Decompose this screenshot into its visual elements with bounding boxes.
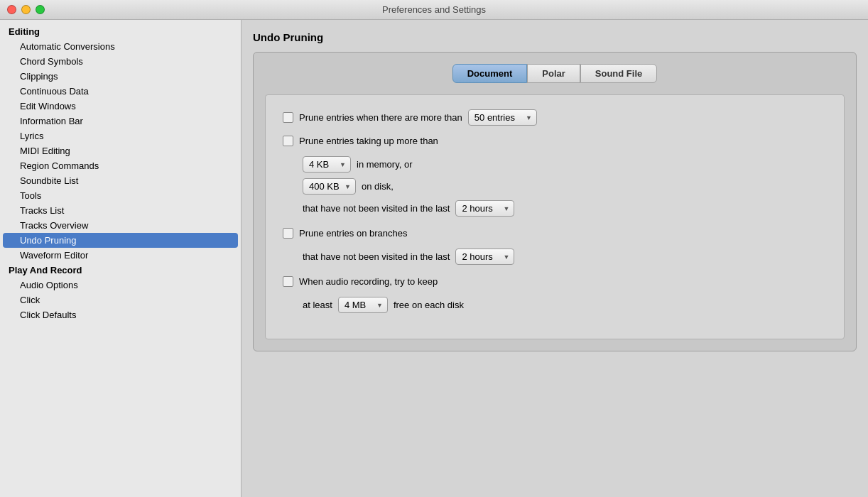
- disk-label: on disk,: [362, 181, 394, 192]
- audio-recording-header-row: When audio recording, try to keep: [283, 276, 827, 287]
- close-button[interactable]: [7, 5, 16, 14]
- content-area: Prune entries when there are more than 5…: [265, 94, 845, 339]
- visited-label-branches: that have not been visited in the last: [303, 251, 450, 262]
- tab-document[interactable]: Document: [452, 64, 528, 83]
- window-controls: [7, 5, 45, 14]
- memory-select[interactable]: 4 KB 8 KB 16 KB 32 KB: [303, 156, 351, 173]
- sidebar-item-information-bar[interactable]: Information Bar: [0, 114, 241, 129]
- sidebar-item-lyrics[interactable]: Lyrics: [0, 129, 241, 143]
- disk-select-wrapper: 400 KB 800 KB 1 MB 2 MB: [303, 178, 356, 195]
- hours-select-branches[interactable]: 2 hours 4 hours 8 hours 24 hours: [455, 248, 514, 265]
- prune-memory-header-row: Prune entries taking up more than: [283, 136, 827, 146]
- mb-select[interactable]: 4 MB 8 MB 16 MB 32 MB: [338, 297, 388, 313]
- sidebar-item-waveform-editor[interactable]: Waveform Editor: [0, 248, 241, 263]
- prune-memory-label: Prune entries taking up more than: [299, 136, 438, 146]
- prune-entries-count-select-wrapper: 50 entries 100 entries 200 entries 500 e…: [468, 109, 537, 126]
- tab-bar: Document Polar Sound File: [265, 64, 845, 83]
- prune-memory-section: Prune entries taking up more than 4 KB 8…: [283, 136, 827, 217]
- sidebar-item-midi-editing[interactable]: MIDI Editing: [0, 143, 241, 158]
- at-least-label: at least: [303, 300, 332, 310]
- prune-branches-indent: that have not been visited in the last 2…: [303, 248, 827, 265]
- prune-branches-section: Prune entries on branches that have not …: [283, 228, 827, 265]
- title-bar: Preferences and Settings: [0, 0, 868, 20]
- app-body: Editing Automatic Conversions Chord Symb…: [0, 20, 868, 497]
- sidebar-item-continuous-data[interactable]: Continuous Data: [0, 84, 241, 99]
- sidebar-item-region-commands[interactable]: Region Commands: [0, 158, 241, 173]
- audio-recording-section: When audio recording, try to keep at lea…: [283, 276, 827, 313]
- audio-recording-checkbox[interactable]: [283, 276, 293, 287]
- prune-branches-checkbox[interactable]: [283, 228, 293, 239]
- sidebar-item-audio-options[interactable]: Audio Options: [0, 278, 241, 293]
- sidebar-item-clippings[interactable]: Clippings: [0, 69, 241, 84]
- memory-select-wrapper: 4 KB 8 KB 16 KB 32 KB: [303, 156, 351, 173]
- memory-row: 4 KB 8 KB 16 KB 32 KB in memory, or: [303, 156, 827, 173]
- prune-entries-count-label: Prune entries when there are more than: [299, 112, 462, 123]
- prune-memory-indent: 4 KB 8 KB 16 KB 32 KB in memory, or: [303, 156, 827, 217]
- audio-mb-row: at least 4 MB 8 MB 16 MB 32 MB free on e…: [303, 297, 827, 313]
- sidebar-item-automatic-conversions[interactable]: Automatic Conversions: [0, 39, 241, 54]
- visited-row: that have not been visited in the last 2…: [303, 200, 827, 217]
- prune-entries-count-row: Prune entries when there are more than 5…: [283, 109, 827, 126]
- sidebar: Editing Automatic Conversions Chord Symb…: [0, 20, 242, 497]
- hours-select-wrapper-memory: 2 hours 4 hours 8 hours 24 hours: [455, 200, 514, 217]
- hours-select-wrapper-branches: 2 hours 4 hours 8 hours 24 hours: [455, 248, 514, 265]
- visited-label-memory: that have not been visited in the last: [303, 203, 450, 214]
- prune-entries-count-select[interactable]: 50 entries 100 entries 200 entries 500 e…: [468, 109, 537, 126]
- audio-recording-label: When audio recording, try to keep: [299, 276, 438, 287]
- sidebar-item-click[interactable]: Click: [0, 293, 241, 307]
- disk-select[interactable]: 400 KB 800 KB 1 MB 2 MB: [303, 178, 356, 195]
- section-title: Undo Pruning: [253, 31, 857, 43]
- audio-recording-indent: at least 4 MB 8 MB 16 MB 32 MB free on e…: [303, 297, 827, 313]
- panel-box: Document Polar Sound File Prune entries …: [253, 52, 857, 351]
- sidebar-item-undo-pruning[interactable]: Undo Pruning: [3, 233, 238, 248]
- mb-select-wrapper: 4 MB 8 MB 16 MB 32 MB: [338, 297, 388, 313]
- sidebar-item-click-defaults[interactable]: Click Defaults: [0, 307, 241, 322]
- main-content: Undo Pruning Document Polar Sound File P…: [242, 20, 868, 497]
- tab-sound-file[interactable]: Sound File: [580, 64, 657, 83]
- disk-row: 400 KB 800 KB 1 MB 2 MB on disk,: [303, 178, 827, 195]
- sidebar-item-edit-windows[interactable]: Edit Windows: [0, 99, 241, 114]
- prune-memory-checkbox[interactable]: [283, 136, 293, 146]
- sidebar-item-chord-symbols[interactable]: Chord Symbols: [0, 54, 241, 69]
- prune-entries-count-checkbox[interactable]: [283, 112, 293, 123]
- sidebar-category-play-record: Play And Record: [0, 263, 241, 278]
- maximize-button[interactable]: [36, 5, 45, 14]
- sidebar-item-tracks-list[interactable]: Tracks List: [0, 203, 241, 218]
- prune-branches-label: Prune entries on branches: [299, 228, 407, 239]
- hours-select-memory[interactable]: 2 hours 4 hours 8 hours 24 hours: [455, 200, 514, 217]
- prune-branches-header-row: Prune entries on branches: [283, 228, 827, 239]
- tab-polar[interactable]: Polar: [527, 64, 580, 83]
- minimize-button[interactable]: [21, 5, 31, 14]
- sidebar-item-tools[interactable]: Tools: [0, 188, 241, 203]
- sidebar-item-soundbite-list[interactable]: Soundbite List: [0, 173, 241, 188]
- free-label: free on each disk: [394, 300, 464, 310]
- memory-label: in memory, or: [357, 159, 413, 170]
- sidebar-item-tracks-overview[interactable]: Tracks Overview: [0, 218, 241, 233]
- branches-visited-row: that have not been visited in the last 2…: [303, 248, 827, 265]
- window-title: Preferences and Settings: [382, 4, 486, 15]
- sidebar-category-editing: Editing: [0, 24, 241, 39]
